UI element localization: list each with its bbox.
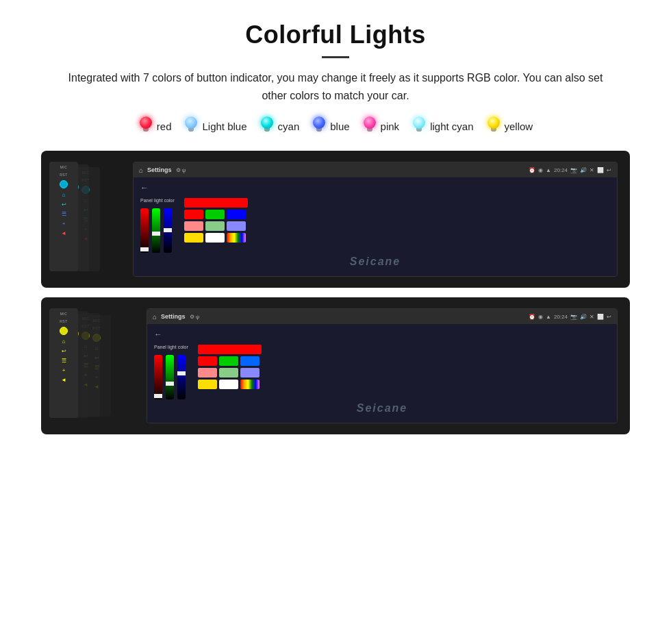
camera-icon-1: 📷	[570, 167, 577, 173]
screen-2: ⌂ Settings ⚙ ψ ⏰ ◉ ▲ 20:24 📷 🔊 ✕ ⬜ ↩	[147, 308, 618, 423]
slider-handle-blue-2	[177, 371, 186, 375]
title-section: Colorful Lights Integrated with 7 colors…	[27, 21, 644, 104]
swatch-rainbow-2[interactable]	[240, 380, 259, 389]
bulb-red	[138, 116, 153, 136]
settings-icons-2: ⚙ ψ	[190, 314, 200, 320]
slider-handle-green-1	[152, 232, 160, 236]
swatch-yellow-1[interactable]	[184, 233, 203, 243]
home-icon-2: ⌂	[153, 313, 157, 321]
bulb-head-lightblue	[185, 116, 197, 129]
side-panels-stack-2: MIC RST ⌂ ↩ ☰ + ◄ MIC RST	[49, 308, 138, 423]
swatch-white-2[interactable]	[219, 380, 238, 389]
side-panel-front2: MIC RST ⌂ ↩ ☰ + ◄	[49, 308, 78, 418]
alarm-icon-1: ⏰	[529, 167, 535, 173]
screen-topbar-1: ⌂ Settings ⚙ ψ ⏰ ◉ ▲ 20:24 📷 🔊 ✕ ⬜ ↩	[134, 162, 617, 177]
radio-unit-1: MIC RST ⌂ ↩ ☰ + ◄ MIC RST	[41, 151, 630, 288]
color-item-lightblue: Light blue	[183, 116, 246, 136]
bulb-lightblue	[183, 116, 199, 136]
title-divider	[322, 56, 349, 58]
side-panels-stack-1: MIC RST ⌂ ↩ ☰ + ◄ MIC RST	[49, 162, 125, 277]
panel-icon-menu1: ☰	[62, 211, 66, 217]
panel-icon-v1b: +	[62, 367, 66, 373]
color-label-red: red	[157, 121, 172, 132]
fullscreen-icon-1: ⬜	[597, 167, 604, 173]
swatch-pink-2[interactable]	[198, 368, 217, 377]
bulb-head-cyan	[261, 116, 273, 129]
gps-icon-2: ◉	[538, 314, 543, 320]
color-label-lightblue: Light blue	[202, 121, 246, 132]
slider-handle-blue-1	[164, 228, 172, 232]
slider-handle-green-2	[166, 382, 174, 386]
panel-icon-p1b: ◄	[61, 377, 66, 383]
back-icon-1: ↩	[607, 167, 611, 173]
bulb-lightcyan	[412, 116, 427, 136]
slider-red-2[interactable]	[154, 355, 162, 399]
x-icon-2: ✕	[590, 314, 594, 320]
wifi-icon-2: ▲	[546, 314, 551, 320]
gps-icon-1: ◉	[538, 167, 543, 173]
settings-icons-1: ⚙ ψ	[176, 167, 186, 173]
swatch-rainbow-1[interactable]	[227, 233, 246, 243]
swatch-row-1b	[184, 221, 248, 231]
slider-handle-red-2	[154, 394, 162, 398]
color-swatches-2	[198, 345, 262, 399]
panel-icon-prev1: ◄	[61, 230, 66, 236]
back-icon-2: ↩	[607, 314, 611, 320]
bulb-yellow	[486, 116, 501, 136]
color-swatches-1	[184, 198, 248, 253]
screen-status-icons-1: ⏰ ◉ ▲ 20:24 📷 🔊 ✕ ⬜ ↩	[529, 167, 611, 173]
panel-icon-m1b: ☰	[62, 358, 66, 364]
panel-icon-vol1: +	[62, 221, 66, 227]
slider-green-2[interactable]	[166, 355, 174, 399]
swatch-lightblue-2[interactable]	[240, 368, 259, 377]
swatch-yellow-2[interactable]	[198, 380, 217, 389]
panel-icon-h1b: ⌂	[62, 338, 66, 345]
time-display-1: 20:24	[554, 167, 568, 173]
bulb-cyan	[259, 116, 275, 136]
colors-row: red Light blue cyan blue	[27, 116, 644, 136]
sliders-container-1	[140, 205, 175, 253]
swatch-red-1[interactable]	[184, 210, 203, 219]
screen-title-1: Settings	[147, 166, 172, 173]
swatch-lightgreen-1[interactable]	[205, 221, 225, 231]
camera-icon-2: 📷	[570, 314, 577, 320]
swatch-green-2[interactable]	[219, 356, 238, 366]
panel-btn-cyan1	[60, 180, 68, 188]
swatch-red-2[interactable]	[198, 356, 217, 366]
swatch-blue-2[interactable]	[240, 356, 259, 366]
color-label-yellow: yellow	[505, 121, 533, 132]
color-label-pink: pink	[381, 121, 400, 132]
panel-label-rst1: RST	[60, 173, 68, 177]
slider-blue-2[interactable]	[177, 355, 186, 399]
swatch-lightblue-1[interactable]	[227, 221, 246, 231]
devices-area: MIC RST ⌂ ↩ ☰ + ◄ MIC RST	[27, 151, 644, 434]
swatch-blue-1[interactable]	[227, 210, 246, 219]
color-item-blue: blue	[312, 116, 349, 136]
slider-red-1[interactable]	[140, 208, 149, 253]
x-icon-1: ✕	[590, 167, 594, 173]
screen-status-icons-2: ⏰ ◉ ▲ 20:24 📷 🔊 ✕ ⬜ ↩	[529, 314, 611, 320]
color-label-blue: blue	[330, 121, 349, 132]
swatch-row-1a	[184, 210, 248, 219]
swatch-row-2c	[198, 380, 262, 389]
slider-handle-red-1	[140, 247, 149, 251]
back-arrow-2[interactable]: ←	[154, 330, 610, 339]
panel-label-rst3c: RST	[60, 319, 68, 323]
screen-content-2: ← Panel light color	[147, 324, 617, 423]
fullscreen-icon-2: ⬜	[597, 314, 604, 320]
swatch-green-1[interactable]	[205, 210, 225, 219]
swatch-white-1[interactable]	[205, 233, 225, 243]
swatch-lightgreen-2[interactable]	[219, 368, 238, 377]
back-arrow-1[interactable]: ←	[140, 183, 610, 193]
screen-1: ⌂ Settings ⚙ ψ ⏰ ◉ ▲ 20:24 📷 🔊 ✕ ⬜ ↩	[133, 162, 618, 277]
page-title: Colorful Lights	[27, 21, 644, 49]
screen-topbar-2: ⌂ Settings ⚙ ψ ⏰ ◉ ▲ 20:24 📷 🔊 ✕ ⬜ ↩	[147, 309, 617, 324]
subtitle-text: Integrated with 7 colors of button indic…	[55, 69, 616, 104]
time-display-2: 20:24	[554, 314, 568, 320]
panel-icon-back1: ↩	[62, 201, 66, 208]
bulb-pink	[362, 116, 377, 136]
slider-blue-1[interactable]	[164, 208, 172, 253]
bulb-head-lightcyan	[413, 116, 425, 129]
slider-green-1[interactable]	[152, 208, 160, 253]
swatch-pink-1[interactable]	[184, 221, 203, 231]
